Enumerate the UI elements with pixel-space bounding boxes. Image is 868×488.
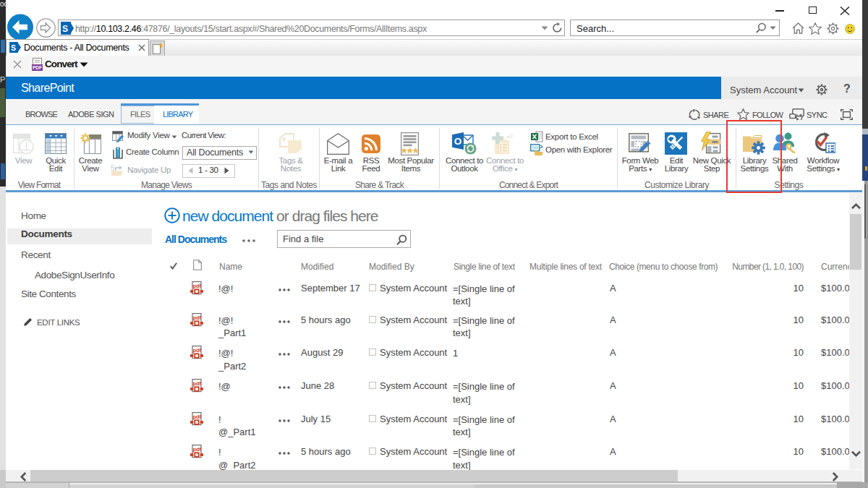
svg-text:S: S bbox=[62, 24, 68, 34]
svg-text:pdf: pdf bbox=[192, 414, 201, 420]
svg-text:pdf: pdf bbox=[192, 283, 201, 289]
svg-text:S: S bbox=[11, 43, 16, 52]
svg-text:pdf: pdf bbox=[192, 446, 201, 453]
svg-text:pdf: pdf bbox=[192, 380, 201, 387]
svg-text:O: O bbox=[454, 136, 462, 147]
svg-text:pdf: pdf bbox=[192, 347, 201, 354]
svg-text:pdf: pdf bbox=[192, 314, 201, 321]
svg-text:PDF: PDF bbox=[33, 65, 42, 70]
